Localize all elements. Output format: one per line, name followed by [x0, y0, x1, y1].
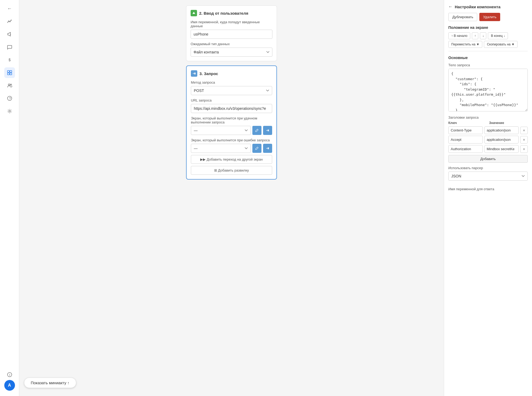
position-controls: ↑ В начало ↑ ↓ В конец ↓ Переместить на … — [448, 32, 528, 48]
add-branch-label: ⊞ Добавить развилку — [214, 168, 249, 172]
header-val-0[interactable] — [484, 126, 519, 134]
svg-text:$: $ — [9, 58, 11, 62]
error-edit-btn[interactable] — [252, 144, 261, 153]
to-start-btn[interactable]: ↑ В начало — [448, 32, 470, 39]
basics-section-title: Основные — [448, 56, 528, 60]
parser-select[interactable]: JSON — [448, 172, 528, 181]
add-transition-label: ▶▶ Добавить переход на другой экран — [200, 157, 263, 161]
success-screen-select[interactable]: — — [191, 126, 251, 135]
svg-rect-4 — [7, 73, 9, 75]
block-2-icon — [191, 10, 197, 16]
block-2-header: 2. Ввод от пользователя — [191, 10, 272, 16]
block-2-user-input: 2. Ввод от пользователя Имя переменной, … — [186, 5, 277, 61]
header-key-1[interactable] — [448, 136, 483, 143]
value-col-header: Значение — [489, 121, 528, 125]
add-branch-btn[interactable]: ⊞ Добавить развилку — [191, 166, 272, 175]
users-icon[interactable] — [4, 80, 15, 91]
header-remove-1[interactable]: × — [520, 136, 528, 143]
dollar-icon[interactable]: $ — [4, 55, 15, 65]
position-row-1: ↑ В начало ↑ ↓ В конец ↓ — [448, 32, 528, 39]
block-3-icon — [191, 70, 197, 77]
position-row-2: Переместить на ▼ Скопировать на ▼ — [448, 41, 528, 48]
up-btn[interactable]: ↑ — [472, 32, 478, 39]
url-input[interactable] — [191, 104, 272, 113]
settings-icon[interactable] — [4, 106, 15, 117]
divider-1 — [448, 51, 528, 51]
svg-rect-2 — [7, 71, 9, 72]
request-headers-label: Заголовки запроса — [448, 115, 528, 119]
header-remove-2[interactable]: × — [520, 145, 528, 153]
method-label: Метод запроса — [191, 80, 272, 84]
header-key-2[interactable] — [448, 145, 483, 153]
canvas-area: 2. Ввод от пользователя Имя переменной, … — [19, 0, 444, 396]
panel-title: ← Настройки компонента — [448, 4, 528, 9]
megaphone-icon[interactable] — [4, 29, 15, 40]
panel-actions: Дублировать Удалить — [448, 13, 528, 21]
user-avatar[interactable]: A — [4, 380, 15, 391]
variable-label: Имя переменной, куда попадут введенные д… — [191, 20, 272, 28]
success-screen-row: — — [191, 126, 272, 135]
block-2-title: 2. Ввод от пользователя — [199, 11, 248, 15]
move-to-btn[interactable]: Переместить на ▼ — [448, 41, 482, 48]
block-3-title: 3. Запрос — [199, 71, 218, 76]
var-name-label: Имя переменной для ответа — [448, 187, 528, 191]
sidebar: ← $ — [0, 0, 19, 396]
svg-point-10 — [9, 110, 10, 112]
error-skip-btn[interactable] — [263, 144, 272, 153]
header-row-0: × — [448, 126, 528, 134]
delete-button[interactable]: Удалить — [479, 13, 500, 21]
key-col-header: Ключ — [448, 121, 487, 125]
header-val-2[interactable] — [484, 145, 519, 153]
to-end-btn[interactable]: В конец ↓ — [488, 32, 508, 39]
info-icon[interactable]: i — [4, 369, 15, 380]
header-row-2: × — [448, 145, 528, 153]
down-btn[interactable]: ↓ — [480, 32, 486, 39]
copy-to-btn[interactable]: Скопировать на ▼ — [484, 41, 518, 48]
request-body-textarea[interactable] — [448, 69, 528, 111]
help-icon[interactable]: ? — [4, 93, 15, 104]
svg-point-0 — [11, 20, 11, 21]
data-type-select[interactable]: Файл контакта — [191, 48, 272, 57]
analytics-icon[interactable] — [4, 16, 15, 27]
add-transition-btn[interactable]: ▶▶ Добавить переход на другой экран — [191, 155, 272, 164]
panel-title-text: Настройки компонента — [455, 5, 500, 9]
main-content: 2. Ввод от пользователя Имя переменной, … — [19, 0, 532, 396]
block-3-request: 3. Запрос Метод запроса POST URL запроса… — [186, 65, 277, 180]
back-icon[interactable]: ← — [4, 3, 15, 14]
error-screen-row: — — [191, 144, 272, 153]
request-body-label: Тело запроса — [448, 63, 528, 67]
header-key-0[interactable] — [448, 126, 483, 134]
chat-icon[interactable] — [4, 42, 15, 52]
headers-table-header: Ключ Значение — [448, 121, 528, 125]
svg-text:?: ? — [9, 96, 11, 100]
grid-icon[interactable] — [4, 67, 15, 78]
method-select[interactable]: POST — [191, 86, 272, 95]
svg-point-7 — [10, 84, 11, 86]
success-skip-btn[interactable] — [263, 126, 272, 135]
error-screen-select[interactable]: — — [191, 144, 251, 153]
parser-label: Использовать парсер — [448, 166, 528, 170]
right-panel: ← Настройки компонента Дублировать Удали… — [444, 0, 532, 396]
headers-table: Ключ Значение × × × — [448, 121, 528, 153]
show-minimap-btn[interactable]: Показать миниакту ↑ — [24, 378, 76, 388]
svg-rect-5 — [10, 73, 12, 75]
block-3-header: 3. Запрос — [191, 70, 272, 77]
success-screen-label: Экран, который выполнится при удачном вы… — [191, 116, 272, 124]
header-val-1[interactable] — [484, 136, 519, 143]
position-section-title: Положение на экране — [448, 25, 528, 30]
svg-rect-3 — [10, 71, 12, 72]
header-remove-0[interactable]: × — [520, 127, 528, 134]
panel-back-icon: ← — [448, 4, 453, 9]
variable-input[interactable] — [191, 30, 272, 39]
add-header-btn[interactable]: Добавить — [448, 155, 528, 163]
svg-point-6 — [8, 84, 10, 86]
data-type-label: Ожидаемый тип данных — [191, 42, 272, 46]
duplicate-button[interactable]: Дублировать — [448, 13, 477, 21]
error-screen-label: Экран, который выполнится при ошибке зап… — [191, 138, 272, 142]
success-edit-btn[interactable] — [252, 126, 261, 135]
header-row-1: × — [448, 136, 528, 143]
url-label: URL запроса — [191, 98, 272, 102]
svg-text:i: i — [9, 373, 10, 377]
